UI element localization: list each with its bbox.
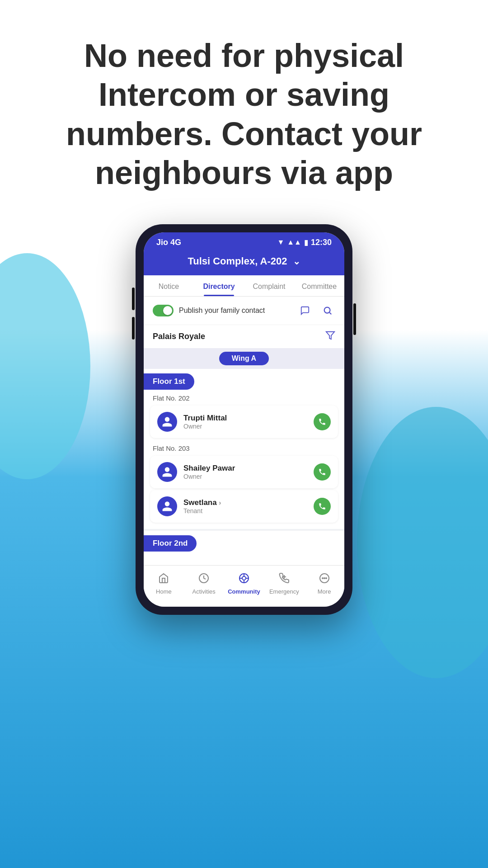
flat-203-label: Flat No. 203 [144,440,344,454]
call-button-trupti[interactable] [314,413,331,430]
community-icon [239,573,249,586]
avatar-shailey [157,462,177,482]
tab-notice[interactable]: Notice [144,275,194,296]
floor-1-header: Floor 1st [144,373,194,390]
chat-icon[interactable] [297,303,313,318]
resident-role-trupti: Owner [183,423,314,430]
tab-directory[interactable]: Directory [194,275,244,296]
more-icon [319,573,330,586]
nav-activities-label: Activities [192,588,216,595]
avatar-swetlana [157,496,177,516]
avatar-trupti [157,412,177,432]
nav-emergency-label: Emergency [269,588,299,595]
resident-info-trupti: Trupti Mittal Owner [183,414,314,430]
emergency-icon [279,573,290,586]
svg-line-4 [329,312,331,314]
publish-toggle[interactable] [153,305,174,316]
tab-committee[interactable]: Committee [294,275,344,296]
filter-icon[interactable] [325,330,335,343]
tab-complaint[interactable]: Complaint [244,275,294,296]
nav-more-label: More [318,588,331,595]
search-icon[interactable] [320,303,335,318]
svg-point-16 [322,578,323,579]
phone-mockup: Jio 4G ▼ ▲▲ ▮ 12:30 Tulsi Complex, A-202… [136,224,352,615]
floor-2-header: Floor 2nd [144,535,197,552]
home-icon [158,573,169,586]
nav-home[interactable]: Home [144,570,184,598]
call-button-swetlana[interactable] [314,498,331,515]
toggle-label: Publish your family contact [179,307,265,315]
svg-marker-5 [326,331,334,339]
svg-point-18 [326,578,327,579]
svg-point-17 [324,578,325,579]
wifi-icon: ▼ [277,238,284,246]
action-icons [297,303,335,318]
nav-activities[interactable]: Activities [184,570,224,598]
wing-badge: Wing A [219,352,269,365]
chevron-down-icon: ⌄ [293,256,300,266]
nav-community[interactable]: Community [224,570,264,598]
resident-name-swetlana: Swetlana › [183,498,314,507]
svg-point-8 [242,576,246,580]
activities-icon [198,573,209,586]
carrier-text: Jio 4G [156,238,181,247]
status-bar: Jio 4G ▼ ▲▲ ▮ 12:30 [144,232,344,251]
flat-202-label: Flat No. 202 [144,390,344,404]
bg-decoration-right [357,407,488,678]
bottom-nav: Home Activities [144,565,344,607]
battery-icon: ▮ [304,238,308,247]
resident-card-swetlana[interactable]: Swetlana › Tenant [150,490,338,523]
resident-card-shailey[interactable]: Shailey Pawar Owner [150,456,338,488]
call-button-shailey[interactable] [314,463,331,481]
floor-2-section: Floor 2nd [144,531,344,565]
toggle-row: Publish your family contact [144,297,344,325]
nav-more[interactable]: More [304,570,344,598]
nav-home-label: Home [156,588,172,595]
app-header[interactable]: Tulsi Complex, A-202 ⌄ [144,251,344,275]
headline: No need for physical Intercom or saving … [0,0,488,211]
svg-point-3 [324,307,330,313]
signal-icon: ▲▲ [287,238,301,246]
nav-community-label: Community [228,588,260,595]
nav-emergency[interactable]: Emergency [264,570,304,598]
resident-role-shailey: Owner [183,473,314,480]
vol-up-button [132,288,135,310]
resident-name-trupti: Trupti Mittal [183,414,314,423]
tab-bar: Notice Directory Complaint Committee [144,275,344,297]
resident-card-trupti[interactable]: Trupti Mittal Owner [150,406,338,438]
status-icons: ▼ ▲▲ ▮ 12:30 [277,238,332,247]
vol-down-button [132,317,135,340]
time-text: 12:30 [311,238,332,247]
resident-info-shailey: Shailey Pawar Owner [183,464,314,480]
section-header: Palais Royale [144,325,344,348]
toggle-left: Publish your family contact [153,305,265,316]
bg-decoration-left [0,253,90,479]
chevron-right-icon: › [219,499,221,506]
floor-1-section: Floor 1st Flat No. 202 Trupti Mittal Own… [144,369,344,529]
header-title: Tulsi Complex, A-202 [188,255,287,267]
wing-badge-container: Wing A [144,348,344,369]
section-title: Palais Royale [153,332,205,341]
resident-name-shailey: Shailey Pawar [183,464,314,473]
power-button [353,303,356,335]
resident-role-swetlana: Tenant [183,507,314,514]
resident-info-swetlana: Swetlana › Tenant [183,498,314,514]
